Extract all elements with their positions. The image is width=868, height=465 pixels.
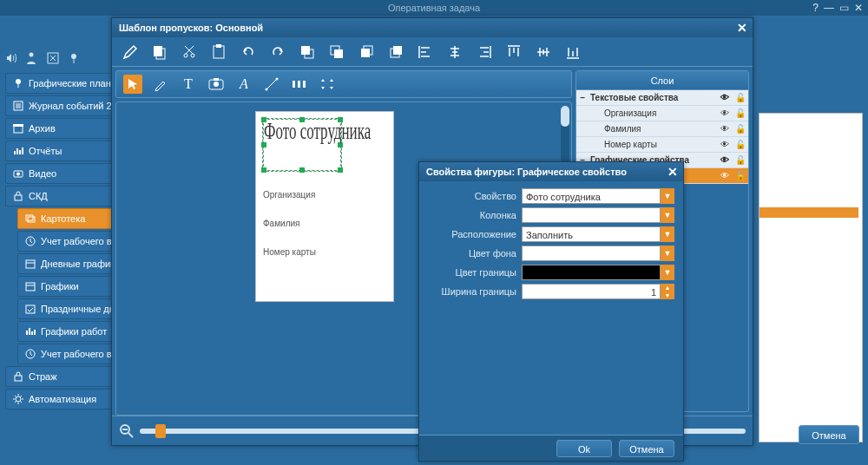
layer-down-icon[interactable] (386, 43, 405, 62)
placement-input[interactable]: Заполнить (522, 226, 661, 242)
photo-placeholder[interactable]: Фото сотрудника (263, 119, 341, 171)
cancel-button[interactable]: Отмена (619, 440, 674, 457)
bgcolor-input[interactable] (522, 246, 661, 261)
lock-icon[interactable]: 🔓 (733, 140, 748, 149)
svg-rect-9 (15, 195, 22, 200)
dropdown-icon[interactable]: ▼ (661, 265, 674, 280)
dropdown-icon[interactable]: ▼ (661, 188, 674, 204)
scrollbar-thumb[interactable] (561, 106, 569, 127)
card-field-cardno[interactable]: Номер карты (263, 247, 386, 257)
lock-icon[interactable]: 🔓 (733, 124, 748, 134)
visibility-icon[interactable]: 👁 (717, 171, 733, 180)
svg-point-0 (30, 53, 34, 57)
layers-header: Слои (576, 71, 748, 90)
sidebar-label: Видео (29, 168, 56, 179)
sidebar-label: Журнал событий 2 (29, 101, 112, 111)
visibility-icon[interactable]: 👁 (717, 124, 733, 134)
layer-item-surname[interactable]: Фамилия👁🔓 (576, 121, 748, 137)
svg-rect-19 (154, 46, 162, 56)
bordercolor-input[interactable] (522, 265, 661, 280)
pointer-tool-icon[interactable] (123, 75, 142, 94)
visibility-icon[interactable]: 👁 (717, 140, 733, 149)
holiday-icon (25, 304, 36, 314)
card-field-org[interactable]: Организация (263, 190, 386, 200)
ok-button[interactable]: Ok (556, 440, 612, 457)
template-titlebar[interactable]: Шаблон пропусков: Основной ✕ (112, 18, 753, 37)
align-left-icon[interactable] (416, 43, 435, 62)
align-right-icon[interactable] (475, 43, 494, 62)
image-tool-icon[interactable] (207, 75, 226, 94)
align-center-h-icon[interactable] (445, 43, 464, 62)
copy-icon[interactable] (150, 43, 169, 62)
help-icon[interactable]: ? (812, 2, 819, 14)
box-x-icon[interactable] (47, 52, 59, 64)
outer-cancel-button[interactable]: Отмена (799, 425, 859, 444)
properties-title: Свойства фигуры: Графическое свойство (426, 167, 627, 177)
align-top-icon[interactable] (504, 43, 523, 62)
sidebar-label: СКД (29, 191, 48, 201)
distribute-h-icon[interactable] (290, 75, 309, 94)
lock-icon[interactable]: 🔓 (733, 171, 748, 180)
align-bottom-icon[interactable] (563, 43, 582, 62)
distribute-v-icon[interactable] (318, 75, 337, 94)
layer-up-icon[interactable] (357, 43, 376, 62)
zoom-out-icon[interactable] (119, 423, 135, 439)
prop-row-bgcolor: Цвет фона ▼ (428, 246, 674, 261)
svg-rect-17 (15, 376, 22, 381)
align-center-v-icon[interactable] (534, 43, 553, 62)
dropdown-icon[interactable]: ▼ (661, 226, 674, 242)
lock-icon[interactable]: 🔓 (733, 155, 748, 165)
visibility-icon[interactable]: 👁 (717, 108, 733, 118)
camera-icon (13, 168, 23, 179)
close-icon[interactable]: ✕ (737, 21, 747, 35)
text-tool-icon[interactable]: T (179, 75, 198, 94)
lock-icon[interactable]: 🔓 (733, 93, 748, 102)
cut-icon[interactable] (180, 43, 199, 62)
card-field-surname[interactable]: Фамилия (263, 219, 386, 228)
properties-titlebar[interactable]: Свойства фигуры: Графическое свойство ✕ (419, 162, 683, 181)
pass-card[interactable]: Фото сотрудника Организация Фамилия Номе… (255, 111, 394, 302)
font-tool-icon[interactable]: A (234, 75, 253, 94)
bars-icon (25, 326, 36, 337)
visibility-icon[interactable]: 👁 (717, 155, 733, 165)
svg-rect-11 (28, 217, 35, 222)
line-tool-icon[interactable] (262, 75, 281, 94)
redo-icon[interactable] (268, 43, 287, 62)
svg-rect-39 (298, 81, 300, 88)
svg-point-34 (214, 82, 219, 87)
send-back-icon[interactable] (327, 43, 346, 62)
spinner-icon[interactable]: ▲▼ (661, 284, 674, 299)
property-input[interactable]: Фото сотрудника (522, 188, 661, 204)
layer-item-cardno[interactable]: Номер карты👁🔓 (576, 137, 748, 153)
zoom-thumb[interactable] (155, 424, 166, 438)
close-icon[interactable]: ✕ (854, 2, 863, 14)
borderwidth-input[interactable]: 1 (522, 284, 661, 299)
minimize-icon[interactable]: — (824, 2, 834, 14)
pin-icon[interactable] (68, 52, 80, 64)
svg-rect-6 (13, 124, 23, 127)
lock-icon[interactable]: 🔓 (733, 108, 748, 118)
layer-item-org[interactable]: Организация👁🔓 (576, 106, 748, 121)
dropdown-icon[interactable]: ▼ (661, 246, 674, 261)
undo-icon[interactable] (239, 43, 258, 62)
svg-rect-15 (26, 305, 35, 313)
svg-rect-35 (214, 78, 219, 81)
pen-tool-icon[interactable] (151, 75, 170, 94)
maximize-icon[interactable]: ▭ (839, 2, 849, 14)
bring-front-icon[interactable] (298, 43, 317, 62)
lock-icon (13, 371, 23, 382)
right-bg-panel (759, 113, 863, 442)
sound-icon[interactable] (5, 52, 17, 64)
layer-group-text[interactable]: –Текстовые свойства👁🔓 (576, 90, 748, 106)
column-input[interactable] (522, 207, 661, 223)
svg-point-8 (16, 173, 20, 176)
paste-icon[interactable] (209, 43, 228, 62)
svg-rect-10 (26, 215, 33, 220)
person-icon[interactable] (26, 52, 38, 64)
close-icon[interactable]: ✕ (667, 165, 678, 179)
sidebar-label: Графики (41, 281, 79, 291)
visibility-icon[interactable]: 👁 (717, 93, 733, 102)
pencil-icon[interactable] (121, 43, 140, 62)
dropdown-icon[interactable]: ▼ (661, 207, 674, 223)
svg-point-22 (191, 54, 194, 57)
